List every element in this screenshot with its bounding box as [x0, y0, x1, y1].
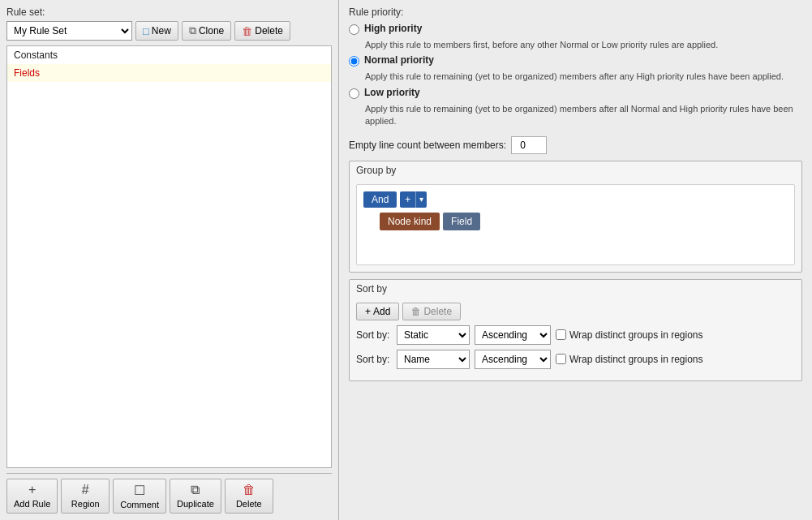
sort-row-2: Sort by: Static Name Kind Ascending Desc…	[356, 350, 795, 369]
node-kind-button[interactable]: Node kind	[380, 213, 440, 230]
sort-row-2-wrap-label[interactable]: Wrap distinct groups in regions	[556, 354, 703, 365]
normal-priority-label[interactable]: Normal priority	[364, 54, 434, 66]
sort-add-button[interactable]: + Add	[356, 303, 399, 320]
comment-label: Comment	[120, 500, 159, 509]
add-rule-icon: +	[28, 483, 36, 497]
left-panel: Rule set: My Rule Set □ New ⧉ Clone 🗑 De…	[0, 0, 339, 520]
sort-row-1-label: Sort by:	[356, 329, 392, 341]
high-priority-label[interactable]: High priority	[364, 23, 422, 34]
clone-button[interactable]: ⧉ Clone	[182, 21, 231, 41]
low-priority-radio[interactable]	[349, 88, 359, 99]
delete-ruleset-label: Delete	[255, 25, 283, 37]
comment-icon: ☐	[134, 483, 145, 498]
main-container: Rule set: My Rule Set □ New ⧉ Clone 🗑 De…	[0, 0, 812, 520]
add-group-button[interactable]: + ▾	[400, 191, 427, 208]
new-label: New	[152, 25, 171, 37]
new-icon: □	[143, 25, 149, 37]
sort-by-content: + Add 🗑 Delete Sort by: Static Name Kind	[350, 298, 801, 380]
clone-label: Clone	[199, 25, 224, 37]
normal-priority-desc: Apply this rule to remaining (yet to be …	[365, 71, 802, 83]
empty-line-label: Empty line count between members:	[349, 140, 506, 151]
rule-set-label: Rule set:	[6, 6, 332, 18]
add-group-plus: +	[400, 191, 416, 208]
add-rule-button[interactable]: + Add Rule	[6, 479, 58, 514]
sort-delete-icon: 🗑	[411, 306, 421, 317]
group-by-box: Group by And + ▾ Node kind	[349, 161, 802, 273]
and-row: And + ▾	[363, 191, 788, 208]
right-panel: Rule priority: High priority Apply this …	[339, 0, 812, 520]
sort-row-2-order-select[interactable]: Ascending Descending	[475, 350, 551, 369]
rule-priority-label: Rule priority:	[349, 6, 802, 18]
delete-ruleset-icon: 🗑	[242, 25, 252, 37]
group-by-title: Group by	[350, 161, 801, 179]
high-priority-radio[interactable]	[349, 24, 359, 35]
node-kind-label: Node kind	[388, 216, 432, 227]
comment-button[interactable]: ☐ Comment	[113, 479, 166, 514]
duplicate-button[interactable]: ⧉ Duplicate	[170, 479, 221, 514]
sort-add-label: Add	[373, 306, 390, 317]
group-by-inner: And + ▾ Node kind Field	[356, 184, 795, 265]
high-priority-desc: Apply this rule to members first, before…	[365, 39, 802, 51]
sort-row-1-type-select[interactable]: Static Name Kind	[397, 325, 470, 345]
sort-row-1-wrap-label[interactable]: Wrap distinct groups in regions	[556, 329, 703, 341]
add-group-arrow: ▾	[416, 192, 427, 206]
fields-label: Fields	[14, 67, 40, 79]
add-rule-label: Add Rule	[14, 499, 50, 509]
normal-priority-row: Normal priority	[349, 54, 802, 67]
sort-toolbar: + Add 🗑 Delete	[356, 303, 795, 320]
constants-label: Constants	[14, 49, 58, 61]
sort-row-1-wrap-text: Wrap distinct groups in regions	[569, 329, 703, 341]
and-label: And	[372, 194, 389, 205]
duplicate-icon: ⧉	[191, 483, 200, 497]
low-priority-row: Low priority	[349, 87, 802, 99]
sort-row-1: Sort by: Static Name Kind Ascending Desc…	[356, 325, 795, 345]
and-button[interactable]: And	[363, 191, 397, 208]
empty-line-input[interactable]	[511, 136, 547, 154]
sort-delete-button[interactable]: 🗑 Delete	[402, 303, 461, 320]
nodes-row: Node kind Field	[380, 213, 788, 230]
normal-priority-radio[interactable]	[349, 56, 359, 67]
rule-set-select[interactable]: My Rule Set	[6, 21, 132, 41]
region-label: Region	[71, 499, 100, 509]
sort-row-2-wrap-checkbox[interactable]	[556, 354, 566, 364]
region-button[interactable]: # Region	[61, 479, 110, 514]
region-icon: #	[82, 483, 89, 497]
clone-icon: ⧉	[189, 24, 196, 37]
rule-set-toolbar: My Rule Set □ New ⧉ Clone 🗑 Delete	[6, 21, 332, 41]
sort-row-2-label: Sort by:	[356, 354, 392, 365]
sort-by-box: Sort by + Add 🗑 Delete Sort by:	[349, 279, 802, 381]
group-by-content: And + ▾ Node kind Field	[350, 179, 801, 272]
new-button[interactable]: □ New	[135, 21, 178, 41]
sort-row-2-type-select[interactable]: Static Name Kind	[397, 350, 470, 369]
bottom-toolbar: + Add Rule # Region ☐ Comment ⧉ Duplicat…	[6, 473, 332, 514]
delete-rule-button[interactable]: 🗑 Delete	[225, 479, 273, 514]
low-priority-label[interactable]: Low priority	[364, 87, 420, 98]
sort-by-title: Sort by	[350, 280, 801, 298]
low-priority-desc: Apply this rule to remaining (yet to be …	[365, 103, 802, 128]
sort-row-1-wrap-checkbox[interactable]	[556, 329, 566, 340]
sort-row-1-order-select[interactable]: Ascending Descending	[475, 325, 551, 345]
field-label: Field	[451, 216, 472, 227]
list-item-fields[interactable]: Fields	[7, 64, 331, 82]
duplicate-label: Duplicate	[177, 499, 214, 509]
sort-row-2-wrap-text: Wrap distinct groups in regions	[569, 354, 703, 365]
delete-button[interactable]: 🗑 Delete	[234, 21, 290, 41]
sort-delete-label: Delete	[423, 306, 452, 317]
delete-rule-icon: 🗑	[243, 483, 256, 497]
high-priority-row: High priority	[349, 23, 802, 35]
sort-add-icon: +	[365, 306, 371, 317]
empty-line-row: Empty line count between members:	[349, 136, 802, 154]
rules-list: Constants Fields	[6, 45, 332, 468]
delete-rule-label: Delete	[236, 499, 262, 509]
list-item-constants[interactable]: Constants	[7, 46, 331, 64]
field-button[interactable]: Field	[443, 213, 480, 230]
